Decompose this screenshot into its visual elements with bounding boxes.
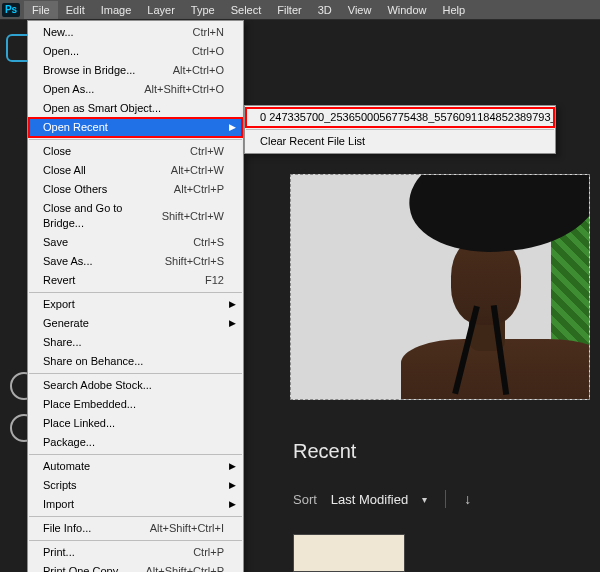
menu-item-label: Scripts bbox=[43, 478, 77, 493]
menu-item-label: Close Others bbox=[43, 182, 107, 197]
file-menu-item[interactable]: Browse in Bridge...Alt+Ctrl+O bbox=[29, 61, 242, 80]
menu-layer[interactable]: Layer bbox=[139, 1, 183, 19]
chevron-down-icon[interactable]: ▾ bbox=[422, 494, 427, 505]
menu-item-label: Automate bbox=[43, 459, 90, 474]
menu-item-label: Print One Copy bbox=[43, 564, 118, 572]
file-menu-item[interactable]: CloseCtrl+W bbox=[29, 139, 242, 161]
menu-file[interactable]: File bbox=[24, 1, 58, 19]
file-menu-item[interactable]: File Info...Alt+Shift+Ctrl+I bbox=[29, 516, 242, 538]
menu-item-shortcut: Ctrl+P bbox=[193, 545, 224, 560]
menu-item-shortcut: Alt+Shift+Ctrl+P bbox=[145, 564, 224, 572]
file-menu-item[interactable]: Open As...Alt+Shift+Ctrl+O bbox=[29, 80, 242, 99]
menu-item-label: Export bbox=[43, 297, 75, 312]
submenu-arrow-icon: ▶ bbox=[229, 316, 236, 331]
submenu-arrow-icon: ▶ bbox=[229, 459, 236, 474]
menu-item-label: Close bbox=[43, 144, 71, 159]
menu-view[interactable]: View bbox=[340, 1, 380, 19]
file-menu-item[interactable]: Automate▶ bbox=[29, 454, 242, 476]
menu-item-shortcut: Alt+Ctrl+P bbox=[174, 182, 224, 197]
file-dropdown: New...Ctrl+NOpen...Ctrl+OBrowse in Bridg… bbox=[27, 20, 244, 572]
menu-item-label: Open As... bbox=[43, 82, 94, 97]
menu-item-label: Browse in Bridge... bbox=[43, 63, 135, 78]
menu-item-label: Place Linked... bbox=[43, 416, 115, 431]
menu-item-label: Print... bbox=[43, 545, 75, 560]
file-menu-item[interactable]: Open Recent▶ bbox=[29, 118, 242, 137]
menu-item-shortcut: Ctrl+N bbox=[193, 25, 224, 40]
menu-item-shortcut: Ctrl+O bbox=[192, 44, 224, 59]
file-menu-item[interactable]: Close AllAlt+Ctrl+W bbox=[29, 161, 242, 180]
clear-recent-list[interactable]: Clear Recent File List bbox=[246, 129, 554, 151]
menu-item-shortcut: Alt+Ctrl+O bbox=[173, 63, 224, 78]
menu-item-label: Revert bbox=[43, 273, 75, 288]
file-menu-item[interactable]: Package... bbox=[29, 433, 242, 452]
file-menu-item[interactable]: New...Ctrl+N bbox=[29, 23, 242, 42]
menu-item-shortcut: Shift+Ctrl+S bbox=[165, 254, 224, 269]
sort-row: Sort Last Modified ▾ ↓ bbox=[293, 490, 471, 508]
menu-item-label: Close and Go to Bridge... bbox=[43, 201, 162, 231]
menu-item-label: Package... bbox=[43, 435, 95, 450]
file-menu-item[interactable]: Import▶ bbox=[29, 495, 242, 514]
sort-label: Sort bbox=[293, 492, 317, 507]
sort-direction-icon[interactable]: ↓ bbox=[464, 491, 471, 507]
open-recent-submenu: 0 247335700_2536500056775438_55760911848… bbox=[244, 105, 556, 154]
menu-item-label: Search Adobe Stock... bbox=[43, 378, 152, 393]
file-menu-item[interactable]: Open...Ctrl+O bbox=[29, 42, 242, 61]
menu-item-label: Import bbox=[43, 497, 74, 512]
menu-item-label: Place Embedded... bbox=[43, 397, 136, 412]
file-menu-item[interactable]: Close OthersAlt+Ctrl+P bbox=[29, 180, 242, 199]
sort-value[interactable]: Last Modified bbox=[331, 492, 408, 507]
submenu-arrow-icon: ▶ bbox=[229, 478, 236, 493]
app-icon: Ps bbox=[2, 3, 20, 17]
menu-item-shortcut: Alt+Shift+Ctrl+I bbox=[150, 521, 224, 536]
menu-3d[interactable]: 3D bbox=[310, 1, 340, 19]
divider bbox=[445, 490, 446, 508]
image-preview bbox=[290, 174, 590, 400]
menu-item-shortcut: Shift+Ctrl+W bbox=[162, 209, 224, 224]
menu-item-label: Open Recent bbox=[43, 120, 108, 135]
menu-item-shortcut: Alt+Ctrl+W bbox=[171, 163, 224, 178]
menu-item-shortcut: Ctrl+W bbox=[190, 144, 224, 159]
file-menu-item[interactable]: Generate▶ bbox=[29, 314, 242, 333]
menu-type[interactable]: Type bbox=[183, 1, 223, 19]
menu-item-shortcut: Alt+Shift+Ctrl+O bbox=[144, 82, 224, 97]
menu-item-label: Share on Behance... bbox=[43, 354, 143, 369]
file-menu-item[interactable]: Search Adobe Stock... bbox=[29, 373, 242, 395]
menu-item-shortcut: F12 bbox=[205, 273, 224, 288]
submenu-arrow-icon: ▶ bbox=[229, 297, 236, 312]
file-menu-item[interactable]: Place Embedded... bbox=[29, 395, 242, 414]
file-menu-item[interactable]: SaveCtrl+S bbox=[29, 233, 242, 252]
menu-image[interactable]: Image bbox=[93, 1, 140, 19]
menu-item-label: Save As... bbox=[43, 254, 93, 269]
file-menu-item[interactable]: Print...Ctrl+P bbox=[29, 540, 242, 562]
menu-help[interactable]: Help bbox=[435, 1, 474, 19]
recent-heading: Recent bbox=[293, 440, 356, 463]
file-menu-item[interactable]: Share on Behance... bbox=[29, 352, 242, 371]
submenu-arrow-icon: ▶ bbox=[229, 497, 236, 512]
menu-item-label: Close All bbox=[43, 163, 86, 178]
menu-window[interactable]: Window bbox=[379, 1, 434, 19]
menu-item-label: Open... bbox=[43, 44, 79, 59]
menu-item-label: New... bbox=[43, 25, 74, 40]
file-menu-item[interactable]: Scripts▶ bbox=[29, 476, 242, 495]
file-menu-item[interactable]: RevertF12 bbox=[29, 271, 242, 290]
menu-item-label: Open as Smart Object... bbox=[43, 101, 161, 116]
file-menu-item[interactable]: Save As...Shift+Ctrl+S bbox=[29, 252, 242, 271]
menu-item-label: Generate bbox=[43, 316, 89, 331]
menubar: Ps File Edit Image Layer Type Select Fil… bbox=[0, 0, 600, 20]
file-menu-item[interactable]: Open as Smart Object... bbox=[29, 99, 242, 118]
submenu-arrow-icon: ▶ bbox=[229, 120, 236, 135]
menu-select[interactable]: Select bbox=[223, 1, 270, 19]
menu-edit[interactable]: Edit bbox=[58, 1, 93, 19]
file-menu-item[interactable]: Print One CopyAlt+Shift+Ctrl+P bbox=[29, 562, 242, 572]
recent-thumbnail[interactable] bbox=[293, 534, 405, 572]
menu-item-label: Save bbox=[43, 235, 68, 250]
menu-item-label: File Info... bbox=[43, 521, 91, 536]
menu-item-shortcut: Ctrl+S bbox=[193, 235, 224, 250]
file-menu-item[interactable]: Close and Go to Bridge...Shift+Ctrl+W bbox=[29, 199, 242, 233]
recent-file-0[interactable]: 0 247335700_2536500056775438_55760911848… bbox=[246, 108, 554, 127]
file-menu-item[interactable]: Place Linked... bbox=[29, 414, 242, 433]
file-menu-item[interactable]: Export▶ bbox=[29, 292, 242, 314]
menu-filter[interactable]: Filter bbox=[269, 1, 309, 19]
menu-item-label: Share... bbox=[43, 335, 82, 350]
file-menu-item[interactable]: Share... bbox=[29, 333, 242, 352]
